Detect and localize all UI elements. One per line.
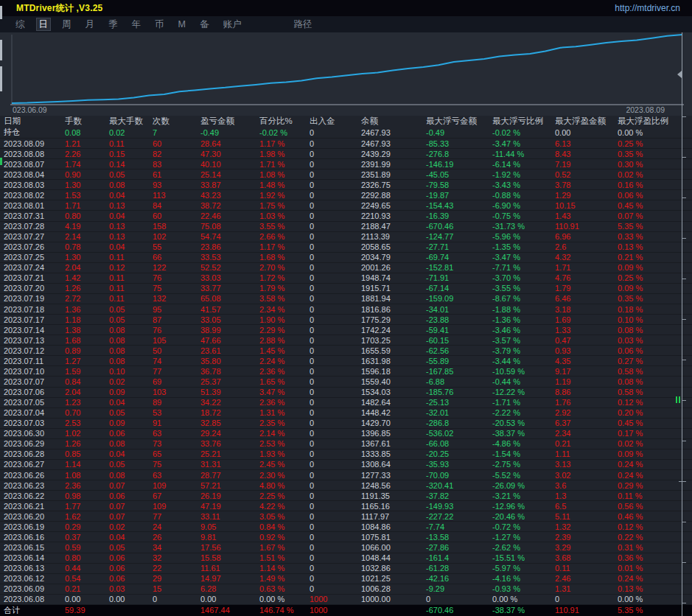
table-row[interactable]: 2023.06.090.210.03156.280.63 %01006.28-9…	[0, 584, 692, 595]
cell: 0.13	[109, 232, 153, 241]
cell: 1.31	[555, 584, 618, 593]
table-row[interactable]: 2023.07.032.530.099132.852.35 %01429.70-…	[0, 419, 692, 429]
table-row[interactable]: 2023.06.301.020.066329.242.14 %01396.85-…	[0, 429, 692, 439]
ruler-tick	[682, 319, 686, 320]
table-row[interactable]: 2023.08.091.210.116028.641.17 %02467.93-…	[0, 139, 692, 149]
cell: -0.49	[200, 128, 259, 137]
cell: 0.08	[109, 439, 153, 448]
table-row[interactable]: 2023.07.211.420.117633.031.72 %01948.74-…	[0, 273, 692, 284]
cell: 0	[310, 150, 361, 158]
column-header: 最大浮亏金额	[426, 116, 492, 127]
table-row[interactable]: 2023.07.051.230.048934.222.36 %01482.64-…	[0, 398, 692, 408]
cell: 2.26	[65, 150, 109, 158]
menu-item-M[interactable]: M	[175, 18, 189, 31]
menu-item-path[interactable]: 路径	[290, 18, 315, 31]
open-position-row[interactable]: 持仓0.080.027-0.49-0.02 %02467.93-0.49-0.0…	[0, 127, 692, 139]
menu-item-综[interactable]: 综	[13, 18, 28, 31]
table-row[interactable]: 2023.07.120.890.085023.611.45 %01655.59-…	[0, 346, 692, 356]
table-row[interactable]: 2023.06.271.140.057531.312.45 %01308.64-…	[0, 460, 692, 470]
table-row[interactable]: 2023.08.031.300.089333.871.48 %02326.75-…	[0, 180, 692, 190]
cell: 0.03 %	[618, 336, 692, 345]
menu-item-币[interactable]: 币	[152, 18, 167, 31]
table-row[interactable]: 2023.06.211.770.0710947.194.22 %01165.16…	[0, 501, 692, 511]
cell: 0.03	[109, 584, 153, 593]
app-url-link[interactable]: http://mtdriver.cn	[615, 3, 680, 13]
table-row[interactable]: 2023.07.141.380.087638.992.29 %01742.24-…	[0, 325, 692, 335]
cell: 1000	[310, 606, 361, 615]
ruler-tick	[682, 522, 686, 522]
table-row[interactable]: 2023.08.011.710.138438.721.75 %02249.65-…	[0, 200, 692, 211]
table-row[interactable]: 2023.07.310.800.046022.461.03 %02210.93-…	[0, 211, 692, 221]
cell: 0.02	[109, 522, 153, 531]
total-row[interactable]: 合计59.391467.44146.74 %1000-670.46-38.37 …	[0, 605, 692, 616]
table-row[interactable]: 2023.07.101.590.107736.782.36 %01596.18-…	[0, 366, 692, 377]
cell: 2023.07.17	[4, 315, 65, 324]
table-row[interactable]: 2023.07.181.360.059541.572.34 %01816.86-…	[0, 304, 692, 315]
table-row[interactable]: 2023.07.272.140.1310254.742.66 %02113.39…	[0, 232, 692, 242]
table-row[interactable]: 2023.06.160.370.04269.810.92 %01075.81-1…	[0, 532, 692, 542]
table-row[interactable]: 2023.06.261.080.086328.772.30 %01277.33-…	[0, 470, 692, 480]
table-row[interactable]: 2023.07.171.180.058733.051.90 %01775.29-…	[0, 315, 692, 325]
cell: 0.04	[109, 533, 153, 542]
table-row[interactable]: 2023.06.140.800.063215.581.51 %01048.44-…	[0, 553, 692, 564]
cell: 74	[153, 357, 200, 365]
cell: 5.11	[555, 512, 618, 521]
cell: 3.05 %	[259, 512, 310, 521]
menu-item-日[interactable]: 日	[36, 18, 52, 31]
cell: 0.04	[109, 242, 153, 251]
table-row[interactable]: 2023.06.120.540.062914.971.49 %01021.25-…	[0, 574, 692, 584]
cell: 0.24 %	[618, 460, 692, 469]
menu-item-备[interactable]: 备	[197, 18, 212, 31]
table-row[interactable]: 2023.08.082.260.158247.301.98 %02439.29-…	[0, 149, 692, 159]
cell: 0.17 %	[618, 429, 692, 438]
cell: -536.02	[426, 429, 492, 438]
column-header: 最大手数	[109, 116, 153, 127]
ruler-green-mark	[679, 396, 680, 403]
scrollbar-arrow-icon[interactable]	[677, 71, 682, 78]
menu-item-月[interactable]: 月	[83, 18, 98, 31]
menu-item-账户[interactable]: 账户	[220, 18, 244, 31]
table-row[interactable]: 2023.07.242.040.1212252.522.70 %02001.26…	[0, 263, 692, 273]
table-row[interactable]: 2023.07.192.720.1113265.083.58 %01881.94…	[0, 294, 692, 304]
cell: 2023.06.28	[4, 449, 65, 458]
table-row[interactable]: 2023.06.150.590.053417.561.67 %01066.00-…	[0, 542, 692, 553]
cell: 2467.93	[361, 139, 426, 148]
table-row[interactable]: 2023.06.080.000.0000.000.00 %10001000.00…	[0, 595, 692, 605]
table-row[interactable]: 2023.08.071.740.148340.101.71 %02391.99-…	[0, 159, 692, 169]
cell: 2023.07.05	[4, 398, 65, 407]
menu-item-季[interactable]: 季	[105, 18, 121, 31]
menu-item-周[interactable]: 周	[59, 18, 74, 31]
table-row[interactable]: 2023.07.201.260.117533.771.79 %01915.71-…	[0, 284, 692, 294]
table-row[interactable]: 2023.06.280.850.046525.211.93 %01333.85-…	[0, 449, 692, 460]
table-row[interactable]: 2023.07.251.300.116633.531.68 %02034.79-…	[0, 253, 692, 263]
table-row[interactable]: 2023.07.260.780.045523.861.17 %02058.65-…	[0, 242, 692, 253]
cell: 0.98	[65, 491, 109, 500]
table-row[interactable]: 2023.07.284.190.1315875.083.55 %02188.47…	[0, 222, 692, 232]
cell: 67	[153, 491, 200, 500]
right-scrollbar-track[interactable]	[682, 32, 682, 616]
cell: -1.36 %	[492, 315, 555, 324]
cell: -71.91	[426, 273, 492, 282]
table-row[interactable]: 2023.08.021.530.0411343.231.92 %02292.88…	[0, 190, 692, 200]
cell: 2.72	[65, 294, 109, 303]
menu-item-年[interactable]: 年	[129, 18, 144, 31]
table-body: 持仓0.080.027-0.49-0.02 %02467.93-0.49-0.0…	[0, 127, 692, 616]
table-row[interactable]: 2023.06.232.360.0710957.214.80 %01248.56…	[0, 480, 692, 491]
table-row[interactable]: 2023.07.111.270.087435.802.24 %01631.98-…	[0, 356, 692, 366]
cell: 2351.89	[361, 170, 426, 179]
table-row[interactable]: 2023.07.040.700.055318.721.31 %01448.42-…	[0, 408, 692, 419]
table-row[interactable]: 2023.06.220.980.066726.192.25 %01191.35-…	[0, 491, 692, 501]
table-row[interactable]: 2023.06.291.260.087333.762.53 %01367.61-…	[0, 439, 692, 449]
table-row[interactable]: 2023.07.070.840.026925.371.65 %01559.40-…	[0, 377, 692, 387]
cell: -9.29	[426, 584, 492, 593]
cell: 113	[153, 191, 200, 200]
cell: 2023.06.13	[4, 564, 65, 573]
table-row[interactable]: 2023.08.040.900.056125.141.08 %02351.89-…	[0, 169, 692, 180]
table-row[interactable]: 2023.06.201.620.077733.113.05 %01117.97-…	[0, 511, 692, 522]
cell: -0.75 %	[492, 211, 555, 220]
table-row[interactable]: 2023.06.130.440.062211.611.14 %01032.86-…	[0, 564, 692, 574]
table-row[interactable]: 2023.06.190.290.02249.050.84 %01084.86-7…	[0, 522, 692, 532]
table-row[interactable]: 2023.07.131.680.0810547.662.88 %01703.25…	[0, 335, 692, 346]
cell: -0.72 %	[492, 522, 555, 531]
table-row[interactable]: 2023.07.062.040.0910351.393.47 %01534.03…	[0, 388, 692, 398]
